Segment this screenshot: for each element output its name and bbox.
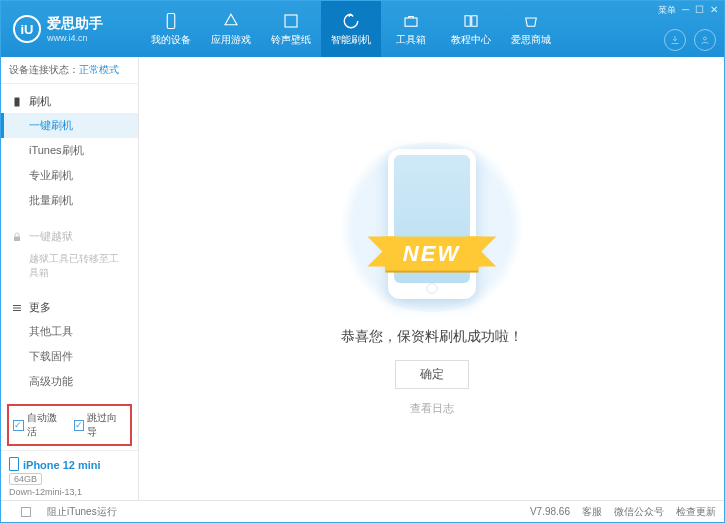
success-illustration: NEW (332, 142, 532, 312)
sidebar-item-advanced[interactable]: 高级功能 (1, 369, 138, 394)
minimize-button[interactable]: ─ (682, 4, 689, 17)
top-nav: 我的设备 应用游戏 铃声壁纸 智能刷机 工具箱 教程中心 爱思商城 (141, 1, 561, 57)
ok-button[interactable]: 确定 (395, 360, 469, 389)
flash-icon (342, 12, 360, 30)
svg-rect-4 (15, 97, 20, 106)
nav-my-device[interactable]: 我的设备 (141, 1, 201, 57)
sidebar-item-batch-flash[interactable]: 批量刷机 (1, 188, 138, 213)
sidebar-item-oneclick-flash[interactable]: 一键刷机 (1, 113, 138, 138)
jailbreak-note: 越狱工具已转移至工具箱 (1, 248, 138, 284)
store-icon (522, 12, 540, 30)
sidebar-head-more[interactable]: 更多 (1, 296, 138, 319)
app-name: 爱思助手 (47, 15, 103, 33)
sidebar-item-other-tools[interactable]: 其他工具 (1, 319, 138, 344)
new-banner: NEW (385, 237, 478, 271)
sidebar: 设备连接状态：正常模式 刷机 一键刷机 iTunes刷机 专业刷机 批量刷机 一… (1, 57, 139, 500)
nav-toolbox[interactable]: 工具箱 (381, 1, 441, 57)
lock-icon (11, 231, 23, 243)
svg-rect-5 (14, 236, 20, 241)
nav-tutorials[interactable]: 教程中心 (441, 1, 501, 57)
version-label: V7.98.66 (530, 506, 570, 517)
main-content: NEW 恭喜您，保资料刷机成功啦！ 确定 查看日志 (139, 57, 724, 500)
wallpaper-icon (282, 12, 300, 30)
account-button[interactable] (694, 29, 716, 51)
checkbox-auto-activate[interactable]: ✓自动激活 (13, 411, 66, 439)
header-actions (664, 29, 716, 51)
nav-ringtones[interactable]: 铃声壁纸 (261, 1, 321, 57)
window-controls: 菜单 ─ ☐ ✕ (658, 4, 718, 17)
svg-rect-1 (285, 15, 297, 27)
sidebar-head-jailbreak: 一键越狱 (1, 225, 138, 248)
toolbox-icon (402, 12, 420, 30)
sidebar-item-pro-flash[interactable]: 专业刷机 (1, 163, 138, 188)
checkbox-icon (21, 507, 31, 517)
phone-icon (11, 96, 23, 108)
device-firmware: Down-12mini-13,1 (9, 487, 130, 497)
phone-graphic (388, 149, 476, 299)
close-button[interactable]: ✕ (710, 4, 718, 17)
svg-rect-2 (405, 18, 417, 26)
menu-icon (11, 302, 23, 314)
phone-icon (162, 12, 180, 30)
book-icon (462, 12, 480, 30)
footer-service[interactable]: 客服 (582, 505, 602, 519)
sidebar-item-download-fw[interactable]: 下载固件 (1, 344, 138, 369)
checkbox-skip-guide[interactable]: ✓跳过向导 (74, 411, 127, 439)
menu-button[interactable]: 菜单 (658, 4, 676, 17)
apps-icon (222, 12, 240, 30)
sidebar-head-flash[interactable]: 刷机 (1, 90, 138, 113)
maximize-button[interactable]: ☐ (695, 4, 704, 17)
device-storage: 64GB (9, 473, 42, 485)
sidebar-item-itunes-flash[interactable]: iTunes刷机 (1, 138, 138, 163)
user-icon (699, 34, 711, 46)
nav-apps[interactable]: 应用游戏 (201, 1, 261, 57)
connection-status: 设备连接状态：正常模式 (1, 57, 138, 84)
status-bar: 阻止iTunes运行 V7.98.66 客服 微信公众号 检查更新 (1, 500, 724, 522)
download-icon (669, 34, 681, 46)
logo-icon: iU (13, 15, 41, 43)
checkbox-block-itunes[interactable]: 阻止iTunes运行 (9, 505, 117, 519)
download-button[interactable] (664, 29, 686, 51)
options-highlight: ✓自动激活 ✓跳过向导 (7, 404, 132, 446)
app-header: iU 爱思助手 www.i4.cn 我的设备 应用游戏 铃声壁纸 智能刷机 工具… (1, 1, 724, 57)
nav-store[interactable]: 爱思商城 (501, 1, 561, 57)
svg-point-3 (704, 37, 707, 40)
nav-flash[interactable]: 智能刷机 (321, 1, 381, 57)
check-icon: ✓ (74, 420, 85, 431)
app-url: www.i4.cn (47, 33, 103, 43)
device-name: iPhone 12 mini (9, 457, 130, 471)
view-log-link[interactable]: 查看日志 (410, 401, 454, 416)
svg-rect-0 (167, 13, 175, 28)
footer-wechat[interactable]: 微信公众号 (614, 505, 664, 519)
footer-update[interactable]: 检查更新 (676, 505, 716, 519)
device-panel[interactable]: iPhone 12 mini 64GB Down-12mini-13,1 (1, 450, 138, 503)
success-message: 恭喜您，保资料刷机成功啦！ (341, 328, 523, 346)
check-icon: ✓ (13, 420, 24, 431)
logo: iU 爱思助手 www.i4.cn (1, 15, 141, 43)
